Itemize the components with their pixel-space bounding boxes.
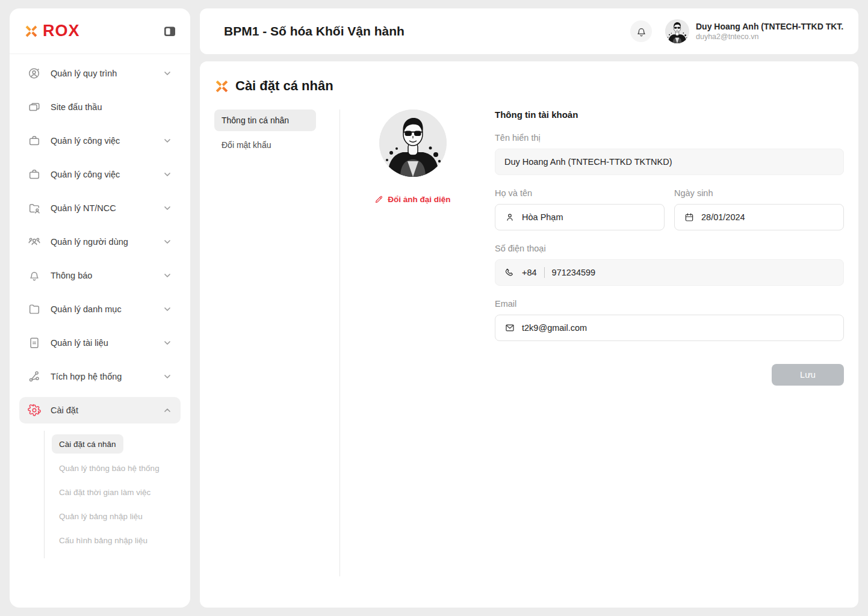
sidebar-item-quan-ly-tai-lieu[interactable]: Quản lý tài liệu: [19, 330, 181, 356]
sidebar-logo-row: ROX: [10, 8, 190, 54]
phone-value: 971234599: [552, 268, 596, 277]
name-birthdate-row: Họ và tên Hòa Phạm Ngày sinh: [495, 188, 844, 230]
chevron-down-icon: [163, 271, 172, 280]
sidebar-item-quan-ly-quy-trinh[interactable]: Quản lý quy trình: [19, 60, 181, 87]
phone-country-code: +84: [522, 268, 537, 277]
page-title: Cài đặt cá nhân: [235, 78, 333, 94]
chevron-down-icon: [163, 170, 172, 179]
folder-icon: [28, 303, 41, 316]
profile-avatar: [379, 109, 447, 177]
sidebar-item-label: Quản lý công việc: [51, 136, 153, 146]
rox-x-icon: [214, 79, 229, 94]
sidebar-item-quan-ly-cong-viec-2[interactable]: Quản lý công việc: [19, 161, 181, 188]
sidebar-item-quan-ly-nguoi-dung[interactable]: Quản lý người dùng: [19, 229, 181, 255]
birth-date-group: Ngày sinh 28/01/2024: [674, 188, 844, 230]
sidebar-item-label: Site đấu thầu: [51, 102, 172, 112]
briefcase-icon: [28, 168, 41, 181]
avatar-section: Đổi ảnh đại diện: [340, 109, 485, 592]
process-icon: [28, 67, 41, 80]
change-avatar-link[interactable]: Đổi ảnh đại diện: [374, 195, 450, 204]
rox-x-icon: [24, 24, 39, 38]
pencil-icon: [374, 195, 383, 204]
settings-panel: Cài đặt cá nhân Thông tin cá nhân Đổi mậ…: [200, 61, 858, 608]
chevron-down-icon: [163, 136, 172, 146]
cards-icon: [28, 100, 41, 114]
phone-icon: [504, 267, 515, 278]
submenu-item-cai-dat-ca-nhan[interactable]: Cài đặt cá nhân: [52, 434, 123, 454]
account-form: Thông tin tài khoản Tên hiển thị Duy Hoa…: [495, 109, 844, 592]
full-name-input[interactable]: Hòa Phạm: [495, 204, 665, 230]
topbar: BPM1 - Số hóa Khối Vận hành Duy Hoang An…: [200, 8, 858, 54]
sidebar-collapse-icon[interactable]: [163, 24, 177, 38]
person-icon: [504, 212, 515, 223]
sidebar-item-tich-hop-he-thong[interactable]: Tích hợp hệ thống: [19, 363, 181, 390]
settings-tabs: Thông tin cá nhân Đổi mật khẩu: [214, 109, 339, 592]
tab-doi-mat-khau[interactable]: Đổi mật khẩu: [214, 134, 316, 156]
birth-date-label: Ngày sinh: [674, 188, 844, 198]
sidebar-item-label: Quản lý danh mục: [51, 304, 153, 314]
main-column: BPM1 - Số hóa Khối Vận hành Duy Hoang An…: [200, 8, 858, 608]
integration-icon: [28, 370, 41, 383]
sidebar-item-cai-dat[interactable]: Cài đặt: [19, 397, 181, 424]
sidebar-item-thong-bao[interactable]: Thông báo: [19, 262, 181, 289]
avatar: [665, 19, 689, 43]
display-name-input[interactable]: Duy Hoang Anh (TNTECH-TTKD TKTNKD): [495, 149, 844, 175]
settings-content: Thông tin cá nhân Đổi mật khẩu Đổi ảnh đ…: [214, 109, 844, 592]
submenu-item-cau-hinh-bang-nhap-lieu[interactable]: Cấu hình bảng nhập liệu: [52, 531, 155, 550]
user-name: Duy Hoang Anh (TNTECH-TTKD TKT...: [696, 22, 844, 31]
sidebar-item-quan-ly-nt-ncc[interactable]: Quản lý NT/NCC: [19, 195, 181, 221]
sidebar-item-label: Quản lý công việc: [51, 170, 153, 179]
chevron-up-icon: [163, 405, 172, 415]
folder-user-icon: [28, 202, 41, 215]
birth-date-value: 28/01/2024: [701, 212, 745, 222]
chevron-down-icon: [163, 69, 172, 78]
briefcase-icon: [28, 134, 41, 147]
calendar-icon: [684, 212, 695, 223]
display-name-value: Duy Hoang Anh (TNTECH-TTKD TKTNKD): [504, 157, 672, 167]
sidebar-item-label: Quản lý người dùng: [51, 237, 153, 247]
section-title: Thông tin tài khoản: [495, 109, 844, 120]
sidebar-item-label: Tích hợp hệ thống: [51, 372, 153, 381]
save-button[interactable]: Lưu: [772, 364, 844, 386]
display-name-label: Tên hiển thị: [495, 133, 844, 143]
user-menu[interactable]: Duy Hoang Anh (TNTECH-TTKD TKT... duyha2…: [665, 19, 844, 43]
sidebar: ROX Quản lý quy trình Site đấu thầu Quản…: [10, 8, 190, 608]
save-row: Lưu: [495, 364, 844, 386]
submenu-item-cai-dat-thoi-gian-lam-viec[interactable]: Cài đặt thời gian làm việc: [52, 482, 158, 502]
document-icon: [28, 336, 41, 350]
sidebar-item-label: Thông báo: [51, 271, 153, 280]
rox-logo[interactable]: ROX: [24, 23, 80, 39]
birth-date-input[interactable]: 28/01/2024: [674, 204, 844, 230]
gear-icon: [28, 404, 41, 417]
user-email: duyha2@tnteco.vn: [696, 32, 844, 41]
phone-separator: [544, 267, 545, 278]
change-avatar-label: Đổi ảnh đại diện: [388, 195, 450, 204]
submenu-item-quan-ly-bang-nhap-lieu[interactable]: Quản lý bảng nhập liệu: [52, 507, 150, 526]
sidebar-item-site-dau-thau[interactable]: Site đấu thầu: [19, 94, 181, 120]
rox-logo-text: ROX: [43, 23, 80, 39]
sidebar-item-quan-ly-cong-viec-1[interactable]: Quản lý công việc: [19, 128, 181, 154]
chevron-down-icon: [163, 304, 172, 314]
phone-input[interactable]: +84 971234599: [495, 259, 844, 286]
full-name-group: Họ và tên Hòa Phạm: [495, 188, 665, 230]
chevron-down-icon: [163, 372, 172, 381]
sidebar-item-label: Cài đặt: [51, 405, 153, 415]
submenu-item-quan-ly-thong-bao-he-thong[interactable]: Quản lý thông báo hệ thống: [52, 458, 167, 478]
notifications-button[interactable]: [630, 20, 652, 42]
sidebar-menu: Quản lý quy trình Site đấu thầu Quản lý …: [10, 54, 190, 558]
email-label: Email: [495, 299, 844, 309]
full-name-label: Họ và tên: [495, 188, 665, 198]
sidebar-item-label: Quản lý NT/NCC: [51, 203, 153, 213]
chevron-down-icon: [163, 237, 172, 247]
email-input[interactable]: t2k9@gmail.com: [495, 315, 844, 341]
page-header-title: BPM1 - Số hóa Khối Vận hành: [224, 24, 630, 38]
tab-thong-tin-ca-nhan[interactable]: Thông tin cá nhân: [214, 109, 316, 131]
chevron-down-icon: [163, 203, 172, 213]
bell-icon: [636, 26, 647, 37]
full-name-value: Hòa Phạm: [522, 212, 563, 222]
sidebar-item-label: Quản lý quy trình: [51, 69, 153, 78]
phone-label: Số điện thoại: [495, 244, 844, 253]
sidebar-item-quan-ly-danh-muc[interactable]: Quản lý danh mục: [19, 296, 181, 322]
bell-icon: [28, 269, 41, 282]
page-title-row: Cài đặt cá nhân: [214, 78, 844, 94]
